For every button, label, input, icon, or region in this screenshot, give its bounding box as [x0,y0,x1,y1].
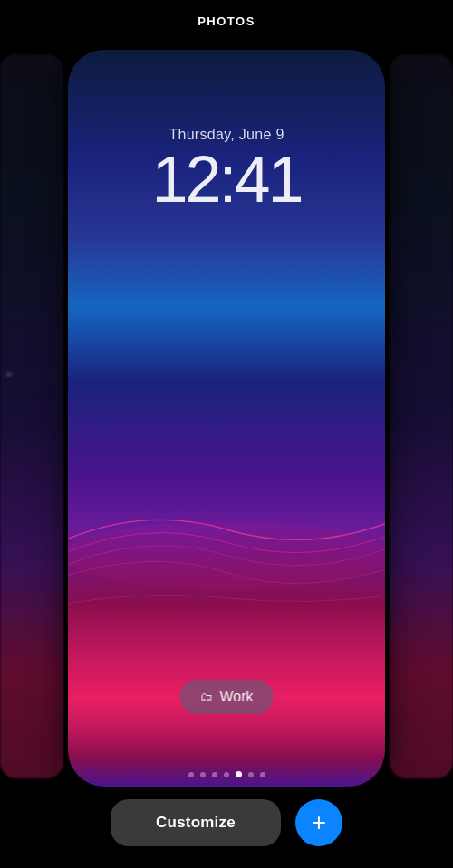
focus-label: Work [219,689,253,705]
side-text: a [5,371,15,377]
add-icon: + [312,810,326,835]
dot-3[interactable] [212,772,217,777]
page-dots [0,771,453,777]
dot-1[interactable] [188,772,194,777]
clock-area: Thursday, June 9 12:41 [68,127,385,212]
svg-point-0 [68,521,385,590]
dot-5-active[interactable] [236,771,242,777]
phone-screen[interactable]: Thursday, June 9 12:41 🗂 Work [68,50,385,787]
customize-button[interactable]: Customize [111,799,281,846]
dot-6[interactable] [248,772,254,777]
focus-pill[interactable]: 🗂 Work [179,680,273,714]
focus-icon: 🗂 [199,690,212,704]
side-wallpaper-right[interactable] [390,54,453,778]
side-wallpaper-left[interactable]: a [0,54,63,778]
header: PHOTOS [0,0,453,29]
dot-2[interactable] [200,772,206,777]
add-button[interactable]: + [295,799,342,846]
date-display: Thursday, June 9 [68,127,385,143]
dot-7[interactable] [260,772,265,777]
dot-4[interactable] [224,772,229,777]
header-title: PHOTOS [198,14,255,28]
bottom-bar: Customize + [0,787,453,868]
time-display: 12:41 [68,147,385,212]
